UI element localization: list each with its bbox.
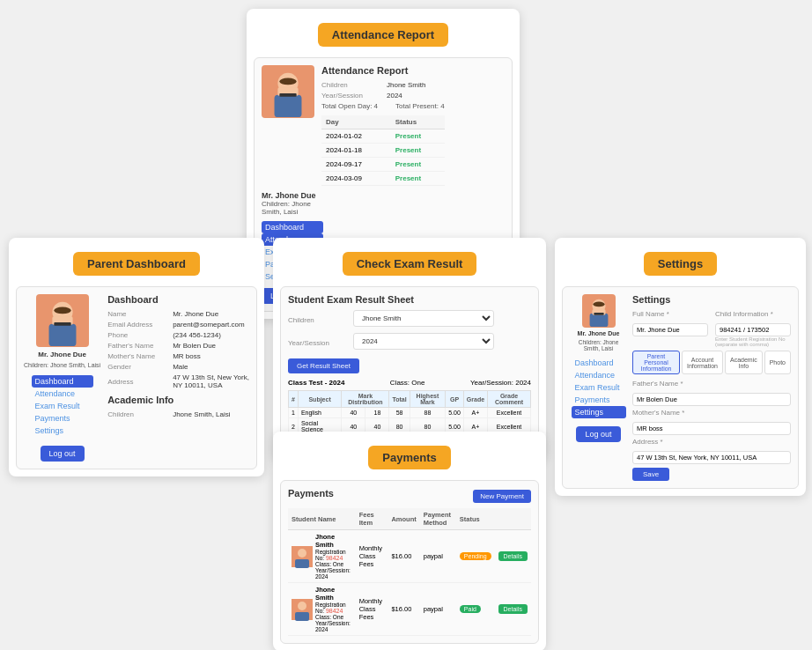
payments-title-bar: Payments <box>280 439 539 476</box>
table-row: Jhone Smith Registration No: 98424 Class… <box>288 583 531 636</box>
table-row: 2024-01-18Present <box>321 144 445 158</box>
att-user-name: Mr. Jhone Due <box>262 191 323 200</box>
settings-nav-dashboard[interactable]: Dashboard <box>572 357 626 369</box>
detail-button[interactable]: Details <box>498 551 528 561</box>
dashboard-avatar <box>36 294 89 347</box>
svg-point-5 <box>279 78 296 85</box>
svg-point-11 <box>54 307 70 314</box>
save-button[interactable]: Save <box>632 468 669 481</box>
sidebar-item-dashboard[interactable]: Dashboard <box>262 221 323 233</box>
exam-class-label: Class Test - 2024 <box>288 379 344 387</box>
settings-inner: Mr. Jhone Due Children: Jhone Smith, Lai… <box>562 286 799 489</box>
att-children-value: Jhone Smith <box>387 81 425 89</box>
exam-children-select[interactable]: Jhone Smith <box>353 310 494 327</box>
exam-year-select[interactable]: 2024 <box>353 333 494 350</box>
exam-inner: Student Exam Result Sheet Children Jhone… <box>280 286 539 454</box>
settings-nav: Dashboard Attendance Exam Result Payment… <box>572 357 626 418</box>
settings-father-label: Father's Name * <box>632 380 791 388</box>
settings-title-bar: Settings <box>562 245 799 283</box>
exam-card-header: Check Exam Result <box>343 252 477 276</box>
detail-button[interactable]: Details <box>498 604 528 614</box>
attendance-card-header: Attendance Report <box>318 23 448 47</box>
exam-year-result: Year/Session: 2024 <box>470 379 531 387</box>
tab-account-info[interactable]: Account Information <box>682 351 723 374</box>
settings-nav-exam[interactable]: Exam Result <box>572 381 626 394</box>
att-children-label: Children <box>321 81 383 89</box>
academic-section: Academic Info ChildrenJhone Smith, Laisi <box>107 395 249 418</box>
svg-rect-16 <box>594 313 603 315</box>
pay-avatar <box>292 599 313 620</box>
exam-inner-title: Student Exam Result Sheet <box>288 294 531 305</box>
attendance-user-info: Attendance Report Children Jhone Smith Y… <box>321 65 445 186</box>
att-children-row: Children Jhone Smith <box>321 81 445 89</box>
child-note: Enter Student Registration No (separate … <box>715 336 791 347</box>
father-name-input[interactable] <box>632 393 791 406</box>
exam-year-label: Year/Session <box>288 339 350 347</box>
settings-card: Settings Mr. Jhone Due Children: Jhone S… <box>555 238 806 496</box>
dash-inner-title: Dashboard <box>107 294 249 305</box>
dashboard-details: Dashboard NameMr. Jhone Due Email Addres… <box>107 294 249 462</box>
att-user-children: Children: Jhone Smith, Laisi <box>262 200 323 216</box>
settings-nav-attendance[interactable]: Attendance <box>572 369 626 381</box>
tab-academic-info[interactable]: Academic Info <box>725 351 763 374</box>
payments-card: Payments Payments New Payment Student Na… <box>273 432 546 650</box>
avatar <box>262 65 314 118</box>
table-row: Jhone Smith Registration No: 98424 Class… <box>288 530 531 583</box>
settings-inner-title: Settings <box>632 294 791 305</box>
exam-title-bar: Check Exam Result <box>280 245 539 283</box>
exam-children-label: Children <box>288 316 350 324</box>
att-totals: Total Open Day: 4 Total Present: 4 <box>321 102 445 110</box>
dash-nav: Dashboard Attendance Exam Result Payment… <box>32 375 93 437</box>
dash-user-children: Children: Jhone Smith, Laisi <box>24 362 100 368</box>
dashboard-inner: Mr. Jhone Due Children: Jhone Smith, Lai… <box>16 286 257 469</box>
exam-class-row: Class Test - 2024 Class: One Year/Sessio… <box>288 379 531 387</box>
settings-details: Settings Full Name * Child Information *… <box>632 294 791 481</box>
dash-nav-dashboard[interactable]: Dashboard <box>32 375 93 388</box>
exam-card: Check Exam Result Student Exam Result Sh… <box>273 238 546 461</box>
tab-parent-info[interactable]: Parent Personal Information <box>632 351 680 374</box>
att-col-status: Status <box>391 115 445 129</box>
payments-table: Student Name Fees Item Amount Payment Me… <box>288 508 531 636</box>
table-row: 2024-09-17Present <box>321 158 445 172</box>
dashboard-card-header: Parent Dashboard <box>73 252 200 276</box>
att-year-row: Year/Session 2024 <box>321 92 445 100</box>
payments-inner: Payments New Payment Student Name Fees I… <box>280 480 539 644</box>
att-total-open: Total Open Day: 4 <box>321 102 378 110</box>
svg-rect-2 <box>275 95 302 117</box>
settings-tabs: Parent Personal Information Account Info… <box>632 351 791 374</box>
dash-nav-exam[interactable]: Exam Result <box>32 400 93 412</box>
full-name-label: Full Name * <box>632 310 708 318</box>
dash-nav-attendance[interactable]: Attendance <box>32 388 93 400</box>
academic-title: Academic Info <box>107 395 249 405</box>
address-input[interactable] <box>632 451 791 464</box>
child-info-label: Child Information * <box>715 310 791 318</box>
settings-nav-settings[interactable]: Settings <box>572 406 626 418</box>
dashboard-card: Parent Dashboard Mr. Jhone Due Children:… <box>9 238 264 476</box>
pay-avatar <box>292 546 313 567</box>
dashboard-title-bar: Parent Dashboard <box>16 245 257 283</box>
settings-address-label: Address * <box>632 438 791 446</box>
settings-user-children: Children: Jhone Smith, Laisi <box>570 339 627 351</box>
dash-logout-button[interactable]: Log out <box>41 446 85 462</box>
table-row: 2024-03-09Present <box>321 172 445 186</box>
child-info-input[interactable] <box>715 323 791 336</box>
tab-photo[interactable]: Photo <box>764 351 791 374</box>
dash-nav-settings[interactable]: Settings <box>32 425 93 437</box>
new-payment-button[interactable]: New Payment <box>473 490 531 503</box>
settings-logout-button[interactable]: Log out <box>576 426 620 442</box>
get-result-button[interactable]: Get Result Sheet <box>288 358 359 373</box>
attendance-inner-title: Attendance Report <box>321 65 445 76</box>
mother-name-input[interactable] <box>632 422 791 435</box>
dash-nav-payments[interactable]: Payments <box>32 412 93 425</box>
svg-rect-20 <box>295 559 309 568</box>
svg-rect-23 <box>295 612 309 621</box>
settings-user-name: Mr. Jhone Due <box>578 330 620 336</box>
svg-point-17 <box>593 302 604 307</box>
att-total-present: Total Present: 4 <box>395 102 445 110</box>
attendance-table: Day Status 2024-01-02Present2024-01-18Pr… <box>321 115 445 186</box>
svg-rect-10 <box>54 322 70 326</box>
full-name-input[interactable] <box>632 323 708 336</box>
settings-card-header: Settings <box>644 252 717 276</box>
settings-nav-payments[interactable]: Payments <box>572 394 626 406</box>
payments-card-header: Payments <box>368 446 450 469</box>
